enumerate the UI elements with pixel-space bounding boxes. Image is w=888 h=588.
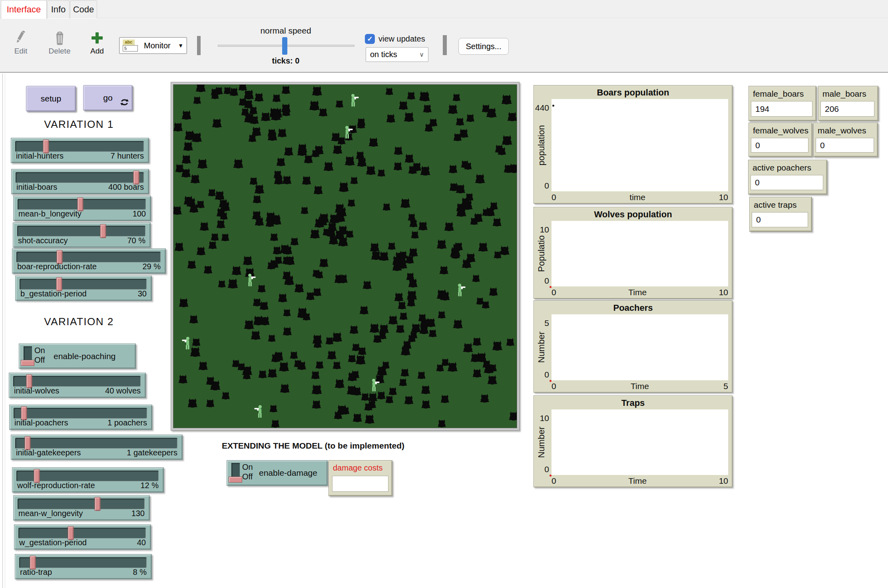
update-mode-dropdown[interactable]: on ticks ∨ — [366, 47, 428, 62]
plot-area — [552, 99, 728, 191]
speed-slider-handle[interactable] — [282, 37, 287, 55]
boar-agent — [196, 246, 206, 256]
slider-mean-b-longevity[interactable]: mean-b_longevity100 — [13, 196, 151, 221]
boar-agent — [276, 157, 286, 167]
slider-label: initial-hunters — [16, 151, 64, 161]
settings-button[interactable]: Settings... — [458, 38, 509, 55]
boar-agent — [506, 338, 515, 346]
boar-agent — [270, 110, 281, 121]
slider-initial-poachers[interactable]: initial-poachers1 poachers — [9, 405, 152, 430]
slider-wolf-reproduction-rate[interactable]: wolf-reproduction-rate12 % — [12, 467, 164, 493]
slider-boar-reproduction-rate[interactable]: boar-reproduction-rate29 % — [12, 248, 166, 274]
plot-boars-population: Boars population 440 0 population 0time1… — [534, 85, 733, 204]
monitor-value: 0 — [752, 212, 808, 227]
tab-code[interactable]: Code — [70, 0, 97, 18]
boar-agent — [312, 287, 322, 296]
boar-agent — [198, 361, 209, 371]
boar-agent — [455, 117, 465, 126]
boar-agent — [364, 402, 373, 411]
boar-agent — [254, 92, 264, 102]
boar-agent — [187, 260, 197, 269]
edit-tool[interactable]: Edit — [10, 30, 32, 56]
tab-info[interactable]: Info — [47, 0, 70, 18]
boar-agent — [329, 213, 340, 224]
slider-label: wolf-reproduction-rate — [17, 481, 95, 490]
setup-button[interactable]: setup — [26, 86, 76, 111]
monitor-label: female_wolves — [753, 126, 808, 135]
view-updates-checkbox[interactable]: ✓ — [365, 34, 375, 44]
boar-agent — [241, 365, 253, 376]
slider-b-gestation-period[interactable]: b_gestation-period30 — [15, 276, 152, 301]
boar-agent — [339, 184, 348, 192]
go-button[interactable]: go — [83, 85, 133, 111]
boar-agent — [492, 217, 502, 226]
boar-agent — [254, 184, 265, 194]
slider-value: 100 — [133, 209, 146, 219]
monitor-label: female_boars — [753, 89, 804, 99]
slider-initial-hunters[interactable]: initial-hunters7 hunters — [11, 138, 149, 163]
boar-agent — [418, 91, 430, 101]
switch-enable-damage[interactable]: On Off enable-damage — [227, 460, 328, 486]
boar-agent — [355, 151, 365, 160]
boar-agent — [437, 419, 446, 427]
extending-heading: EXTENDING THE MODEL (to be implemented) — [222, 441, 404, 451]
boar-agent — [398, 378, 408, 386]
slider-value: 400 boars — [108, 183, 144, 192]
slider-initial-gatekeepers[interactable]: initial-gatekeepers1 gatekeepers — [11, 435, 183, 460]
boar-agent — [267, 368, 278, 378]
world-view[interactable] — [171, 82, 520, 431]
boar-agent — [210, 232, 219, 241]
boar-agent — [378, 324, 390, 334]
slider-ratio-trap[interactable]: ratio-trap8 % — [15, 554, 152, 579]
add-tool[interactable]: Add — [86, 30, 108, 56]
widget-type-dropdown[interactable]: abc5 Monitor ▼ — [119, 37, 187, 54]
boar-agent — [309, 228, 321, 239]
world-canvas — [173, 84, 517, 428]
boar-agent — [241, 107, 250, 116]
boar-agent — [440, 394, 450, 403]
boar-agent — [227, 278, 239, 289]
boar-agent — [436, 239, 447, 249]
boar-agent — [462, 342, 474, 353]
plot-title: Traps — [534, 398, 732, 408]
boar-agent — [494, 144, 504, 153]
delete-label: Delete — [47, 47, 72, 56]
boar-agent — [409, 331, 418, 339]
monitor-label: male_boars — [822, 89, 866, 99]
boar-agent — [302, 312, 311, 321]
boar-agent — [267, 334, 276, 342]
boar-agent — [311, 384, 323, 395]
boar-agent — [381, 361, 390, 369]
switch-handle[interactable] — [21, 360, 34, 366]
y-axis-label: Number — [536, 409, 548, 475]
boar-agent — [447, 104, 458, 114]
slider-label: shot-accuracy — [18, 236, 68, 245]
slider-initial-boars[interactable]: initial-boars400 boars — [11, 169, 149, 194]
boar-agent — [203, 265, 213, 274]
chevron-down-icon: ▼ — [178, 42, 183, 49]
slider-initial-wolves[interactable]: initial-wolves40 wolves — [9, 373, 146, 398]
switch-enable-poaching[interactable]: On Off enable-poaching — [19, 344, 136, 369]
boar-agent — [466, 113, 475, 122]
tab-interface[interactable]: Interface — [1, 0, 47, 19]
boar-agent — [400, 198, 411, 208]
x-axis-label: Time — [628, 476, 647, 486]
boar-agent — [191, 338, 201, 346]
hunter-agent — [247, 274, 256, 287]
boar-agent — [311, 85, 323, 96]
slider-shot-accuracy[interactable]: shot-accuracy70 % — [13, 222, 151, 248]
slider-mean-w-longevity[interactable]: mean-w_longevity130 — [13, 495, 150, 520]
slider-w-gestation-period[interactable]: w_gestation-period40 — [14, 524, 151, 550]
boar-agent — [289, 351, 299, 359]
speed-slider-label: normal speed — [220, 26, 352, 36]
slider-value: 40 — [137, 538, 146, 547]
y-axis-label: Number — [536, 314, 548, 380]
boar-agent — [476, 297, 484, 305]
pen-dot — [552, 105, 554, 107]
switch-handle[interactable] — [229, 477, 242, 483]
hunter-agent — [254, 405, 263, 418]
delete-tool[interactable]: Delete — [47, 30, 72, 56]
boar-agent — [387, 242, 396, 250]
slider-label: initial-gatekeepers — [16, 448, 81, 457]
boar-agent — [406, 290, 418, 300]
